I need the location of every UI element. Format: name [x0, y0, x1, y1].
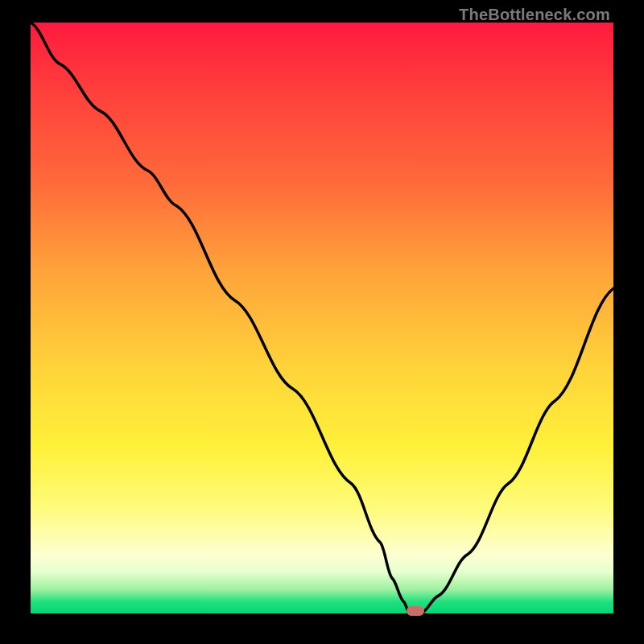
bottleneck-curve — [31, 23, 613, 613]
optimal-point-marker — [407, 606, 424, 616]
plot-area — [31, 23, 613, 613]
chart-frame: TheBottleneck.com — [0, 0, 644, 644]
watermark-text: TheBottleneck.com — [459, 6, 610, 24]
